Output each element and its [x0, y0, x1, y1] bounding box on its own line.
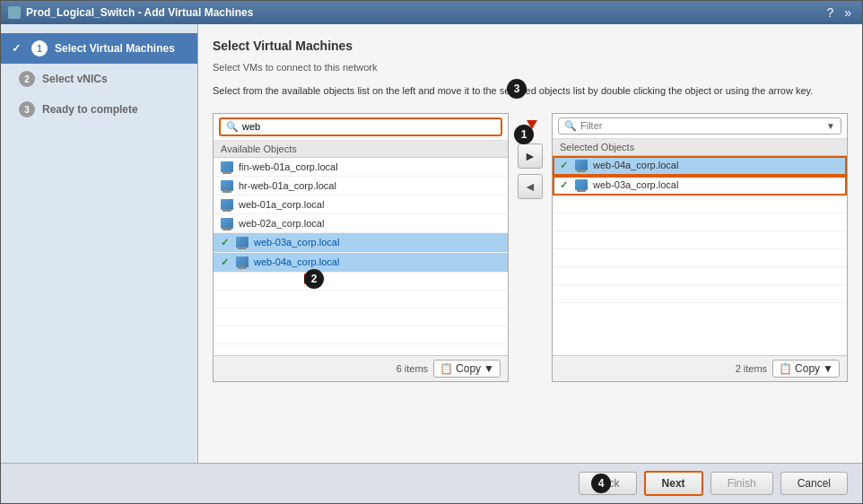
selected-copy-button[interactable]: 📋 Copy ▼ — [772, 360, 840, 378]
search-input[interactable] — [242, 121, 495, 132]
copy-dropdown-icon: ▼ — [484, 362, 494, 375]
list-item[interactable]: fin-web-01a_corp.local — [214, 158, 508, 177]
list-item[interactable] — [553, 231, 847, 249]
transfer-right-button[interactable]: ► — [518, 143, 543, 169]
check-mark: ✓ — [560, 160, 568, 171]
search-bar: 🔍 — [214, 114, 508, 141]
panel-title: Select Virtual Machines — [213, 39, 848, 53]
sidebar-item-ready[interactable]: 3 Ready to complete — [1, 94, 197, 125]
selected-footer: 2 items 📋 Copy ▼ — [553, 355, 847, 381]
step-num-1: 1 — [31, 40, 48, 56]
sidebar-label-3: Ready to complete — [42, 103, 138, 116]
sidebar-label-2: Select vNICs — [42, 73, 108, 85]
vm-icon — [236, 256, 248, 267]
copy-dropdown-icon-2: ▼ — [823, 362, 833, 375]
filter-dropdown-icon[interactable]: ▼ — [826, 121, 835, 131]
sidebar-label-1: Select Virtual Machines — [55, 42, 175, 55]
list-item[interactable] — [214, 291, 508, 308]
copy-icon: 📋 — [440, 362, 453, 375]
title-bar: Prod_Logical_Switch - Add Virtual Machin… — [1, 1, 862, 24]
cancel-button[interactable]: Cancel — [780, 472, 848, 495]
sidebar: ✓ 1 Select Virtual Machines 2 Select vNI… — [1, 24, 198, 463]
list-item[interactable] — [553, 196, 847, 213]
check-mark: ✓ — [560, 179, 568, 191]
check-mark: ✓ — [221, 256, 229, 268]
content-area: ✓ 1 Select Virtual Machines 2 Select vNI… — [1, 24, 862, 463]
help-button[interactable]: ? — [823, 5, 837, 20]
filter-bar: 🔍 ▼ — [553, 114, 847, 139]
available-header: Available Objects — [214, 141, 508, 158]
list-item[interactable]: web-01a_corp.local — [214, 196, 508, 214]
finish-button[interactable]: Finish — [710, 472, 773, 495]
selected-list: ✓ web-04a_corp.local ✓ web-03a_corp.loca… — [553, 156, 847, 355]
vm-icon — [236, 237, 248, 248]
vm-icon — [221, 218, 233, 229]
list-item[interactable]: web-02a_corp.local — [214, 214, 508, 233]
sidebar-item-select-vms[interactable]: ✓ 1 Select Virtual Machines — [1, 33, 197, 64]
filter-input-wrap: 🔍 ▼ — [558, 117, 841, 135]
step-num-3: 3 — [19, 101, 35, 117]
list-item[interactable] — [214, 308, 508, 326]
available-panel: 🔍 Available Objects fin-web-01a_corp.loc… — [213, 113, 509, 382]
window-icon — [8, 6, 21, 19]
search-icon: 🔍 — [226, 121, 239, 133]
list-item[interactable] — [553, 285, 847, 303]
selected-header: Selected Objects — [553, 139, 847, 156]
list-item[interactable]: ✓ web-04a_corp.local — [214, 253, 508, 273]
available-copy-button[interactable]: 📋 Copy ▼ — [433, 360, 501, 378]
selected-panel: 🔍 ▼ Selected Objects ✓ web-04a_corp.loca… — [552, 113, 848, 382]
check-icon-1: ✓ — [12, 42, 24, 55]
filter-search-icon: 🔍 — [564, 120, 577, 132]
bubble-1: 1 — [514, 125, 534, 144]
list-item[interactable] — [553, 267, 847, 285]
window-title: Prod_Logical_Switch - Add Virtual Machin… — [26, 6, 253, 19]
bubble-2: 2 — [304, 269, 324, 289]
filter-input[interactable] — [580, 120, 824, 131]
list-item[interactable]: ✓ web-03a_corp.local — [214, 233, 508, 253]
bubble-3: 3 — [507, 79, 527, 99]
expand-button[interactable]: » — [841, 5, 855, 20]
next-button[interactable]: Next — [644, 471, 703, 496]
vm-icon — [221, 199, 233, 210]
panel-subtitle: Select VMs to connect to this network — [213, 62, 848, 73]
available-list: fin-web-01a_corp.local hr-web-01a_corp.l… — [214, 158, 508, 355]
window: Prod_Logical_Switch - Add Virtual Machin… — [0, 0, 863, 504]
bubble-4: 4 — [591, 474, 611, 493]
available-footer: 6 items 📋 Copy ▼ — [214, 355, 508, 381]
vm-icon — [575, 160, 588, 170]
copy-icon-2: 📋 — [779, 362, 792, 375]
list-item[interactable] — [214, 273, 508, 291]
list-item[interactable]: ✓ web-03a_corp.local — [553, 176, 847, 196]
selected-count: 2 items — [736, 363, 767, 374]
available-count: 6 items — [397, 363, 428, 374]
search-input-wrap: 🔍 — [219, 117, 502, 136]
description: Select from the available objects list o… — [213, 83, 848, 99]
vm-icon — [221, 161, 233, 172]
list-item[interactable] — [214, 326, 508, 344]
list-item[interactable] — [553, 249, 847, 267]
check-mark: ✓ — [221, 237, 229, 248]
main-panel: Select Virtual Machines Select VMs to co… — [198, 24, 862, 463]
transfer-left-button[interactable]: ◄ — [518, 174, 543, 199]
sidebar-item-select-vnics[interactable]: 2 Select vNICs — [1, 64, 197, 94]
list-item[interactable] — [553, 213, 847, 231]
list-item[interactable]: ✓ web-04a_corp.local — [553, 156, 847, 176]
list-item[interactable]: hr-web-01a_corp.local — [214, 177, 508, 196]
step-num-2: 2 — [19, 71, 35, 87]
vm-icon — [575, 179, 588, 190]
bottom-bar: 4 Back Next Finish Cancel — [1, 463, 862, 503]
vm-icon — [221, 180, 233, 191]
bubble-2-area: 2 — [304, 274, 325, 284]
